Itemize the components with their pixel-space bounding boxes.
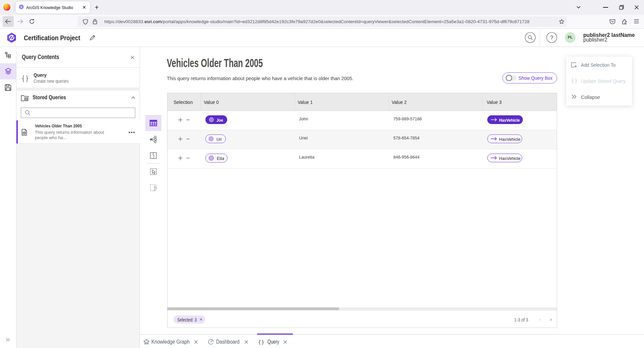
svg-text:?: ? [550,35,553,41]
